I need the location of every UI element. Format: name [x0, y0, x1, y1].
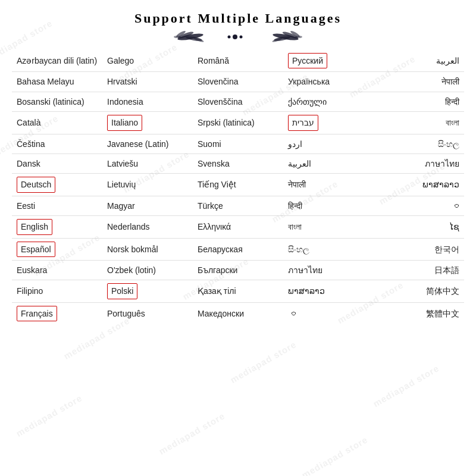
cell-2-0: Bosanski (latinica)	[12, 92, 102, 111]
cell-4-3: اردو	[283, 134, 374, 154]
cell-5-3: العربية	[283, 154, 374, 173]
cell-2-3: ქართული	[283, 92, 374, 111]
table-row: Bahasa MelayuHrvatskiSlovenčinaУкраїнськ…	[12, 72, 464, 92]
cell-8-1: Nederlands	[102, 216, 193, 238]
cell-4-0: Čeština	[12, 134, 102, 154]
table-row: EnglishNederlandsΕλληνικάবাংলাໄຊ	[12, 216, 464, 238]
cell-11-2: Қазақ тілі	[193, 280, 283, 302]
svg-point-3	[174, 36, 181, 38]
table-row: Bosanski (latinica)IndonesiaSlovenščinaქ…	[12, 92, 464, 111]
cell-5-4: ภาษาไทย	[374, 154, 464, 173]
cell-11-4: 简体中文	[374, 280, 464, 302]
table-row: EspañolNorsk bokmålБеларускаяසිංහල한국어	[12, 238, 464, 260]
cell-11-0: Filipino	[12, 280, 102, 302]
cell-6-4: ພາສາລາວ	[374, 174, 464, 196]
boxed-language-label: Español	[17, 242, 55, 257]
cell-7-0: Eesti	[12, 196, 102, 215]
cell-9-4: 한국어	[374, 238, 464, 260]
boxed-language-label: Русский	[288, 53, 327, 68]
svg-point-6	[233, 35, 237, 39]
cell-7-4: ဝ	[374, 196, 464, 215]
cell-1-3: Українська	[283, 72, 374, 92]
boxed-language-label: עברית	[288, 115, 318, 130]
cell-4-1: Javanese (Latin)	[102, 134, 193, 154]
boxed-language-label: Polski	[107, 283, 137, 299]
cell-0-2: Română	[193, 50, 283, 72]
table-row: ČeštinaJavanese (Latin)Suomiاردوසිංහල	[12, 134, 464, 154]
svg-point-7	[240, 36, 243, 39]
cell-3-2: Srpski (latinica)	[193, 112, 283, 134]
cell-12-2: Македонски	[193, 302, 283, 324]
cell-7-2: Türkçe	[193, 196, 283, 215]
cell-6-1: Lietuvių	[102, 174, 193, 196]
cell-0-0: Azərbaycan dili (latin)	[12, 50, 102, 72]
cell-12-4: 繁體中文	[374, 302, 464, 324]
table-row: Azərbaycan dili (latin)GalegoRomânăРусск…	[12, 50, 464, 72]
cell-11-1: Polski	[102, 280, 193, 302]
cell-1-1: Hrvatski	[102, 72, 193, 92]
cell-7-1: Magyar	[102, 196, 193, 215]
cell-2-1: Indonesia	[102, 92, 193, 111]
page-header: Support Multiple Languages	[12, 11, 464, 44]
page-title: Support Multiple Languages	[12, 11, 464, 26]
svg-point-8	[228, 36, 231, 39]
cell-2-2: Slovenščina	[193, 92, 283, 111]
cell-8-4: ໄຊ	[374, 216, 464, 238]
cell-10-1: O'zbek (lotin)	[102, 260, 193, 280]
cell-11-3: ພາສາລາວ	[283, 280, 374, 302]
cell-9-3: සිංහල	[283, 238, 374, 260]
cell-5-1: Latviešu	[102, 154, 193, 173]
cell-9-2: Беларуская	[193, 238, 283, 260]
cell-10-2: Български	[193, 260, 283, 280]
cell-1-2: Slovenčina	[193, 72, 283, 92]
cell-3-4: বাংলা	[374, 112, 464, 134]
cell-6-0: Deutsch	[12, 174, 102, 196]
cell-8-0: English	[12, 216, 102, 238]
cell-0-3: Русский	[283, 50, 374, 72]
language-table: Azərbaycan dili (latin)GalegoRomânăРусск…	[12, 50, 464, 324]
page-container: Support Multiple Languages	[0, 0, 476, 330]
cell-3-0: Català	[12, 112, 102, 134]
cell-5-2: Svenska	[193, 154, 283, 173]
cell-6-3: नेपाली	[283, 174, 374, 196]
cell-9-0: Español	[12, 238, 102, 260]
svg-point-12	[295, 36, 302, 38]
cell-4-2: Suomi	[193, 134, 283, 154]
table-row: DanskLatviešuSvenskaالعربيةภาษาไทย	[12, 154, 464, 173]
cell-12-1: Português	[102, 302, 193, 324]
table-row: CatalàItalianoSrpski (latinica)עבריתবাংল…	[12, 112, 464, 134]
boxed-language-label: Français	[17, 306, 57, 321]
cell-1-4: नेपाली	[374, 72, 464, 92]
divider-ornament	[12, 30, 464, 44]
table-row: FrançaisPortuguêsМакедонскиဝ繁體中文	[12, 302, 464, 324]
boxed-language-label: Italiano	[107, 115, 142, 130]
cell-10-0: Euskara	[12, 260, 102, 280]
table-row: EestiMagyarTürkçeहिन्दीဝ	[12, 196, 464, 215]
cell-0-1: Galego	[102, 50, 193, 72]
table-row: EuskaraO'zbek (lotin)Българскиภาษาไทย日本語	[12, 260, 464, 280]
cell-7-3: हिन्दी	[283, 196, 374, 215]
boxed-language-label: English	[17, 219, 52, 234]
cell-1-0: Bahasa Melayu	[12, 72, 102, 92]
cell-5-0: Dansk	[12, 154, 102, 173]
cell-12-0: Français	[12, 302, 102, 324]
boxed-language-label: Deutsch	[17, 177, 55, 192]
cell-4-4: සිංහල	[374, 134, 464, 154]
cell-3-1: Italiano	[102, 112, 193, 134]
cell-8-3: বাংলা	[283, 216, 374, 238]
cell-8-2: Ελληνικά	[193, 216, 283, 238]
table-row: FilipinoPolskiҚазақ тіліພາສາລາວ简体中文	[12, 280, 464, 302]
table-row: DeutschLietuviųTiếng Việtनेपालीພາສາລາວ	[12, 174, 464, 196]
cell-10-4: 日本語	[374, 260, 464, 280]
cell-6-2: Tiếng Việt	[193, 174, 283, 196]
cell-3-3: עברית	[283, 112, 374, 134]
cell-0-4: العربية	[374, 50, 464, 72]
cell-12-3: ဝ	[283, 302, 374, 324]
cell-9-1: Norsk bokmål	[102, 238, 193, 260]
cell-2-4: हिन्दी	[374, 92, 464, 111]
cell-10-3: ภาษาไทย	[283, 260, 374, 280]
